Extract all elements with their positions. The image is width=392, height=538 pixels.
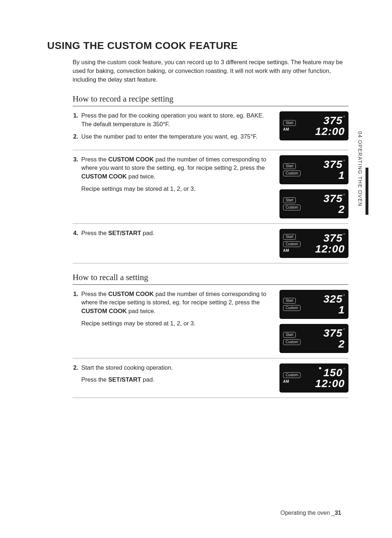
record-step-1-text: Press the pad for the cooking operation … <box>80 111 274 129</box>
display-start-pill: Start <box>283 163 296 169</box>
display-time: 12:00 <box>315 243 345 254</box>
display-custom-pill: Custom <box>283 305 301 311</box>
recall-step-2-sub: Press the SET/START pad. <box>81 375 274 384</box>
oven-display: Start Custom 375° 1 <box>279 155 348 184</box>
display-temp: 375 <box>323 193 343 204</box>
display-start-pill: Start <box>283 234 296 240</box>
display-custom-pill: Custom <box>283 205 301 210</box>
page-title: USING THE CUSTOM COOK FEATURE <box>47 40 348 52</box>
record-step-4: Press the SET/START pad. Start Custom AM… <box>73 224 348 263</box>
degree-symbol: ° <box>343 233 345 237</box>
display-custom-pill: Custom <box>283 241 301 247</box>
display-indicator-dot <box>319 367 321 369</box>
degree-symbol: ° <box>343 160 345 163</box>
record-step-4-text: Press the SET/START pad. <box>80 229 274 238</box>
oven-display: Start Custom AM 375° 12:00 <box>279 229 348 258</box>
record-step-1-2: Press the pad for the cooking operation … <box>73 106 348 150</box>
degree-symbol: ° <box>343 116 345 119</box>
intro-paragraph: By using the custom cook feature, you ca… <box>73 58 348 84</box>
record-step-2-text: Use the number pad to enter the temperat… <box>80 132 274 141</box>
side-tab-marker <box>366 168 368 215</box>
display-am-label: AM <box>283 379 289 383</box>
footer-text: Operating the oven _ <box>281 510 335 516</box>
display-temp: 150 <box>323 367 343 378</box>
display-time: 12:00 <box>315 126 345 137</box>
display-slot: 2 <box>338 338 345 349</box>
recall-step-2: Start the stored cooking operation. Pres… <box>73 358 348 398</box>
display-slot: 1 <box>338 304 345 315</box>
record-step-3-note: Recipe settings may be stored at 1, 2, o… <box>81 185 274 193</box>
display-temp: 375 <box>323 233 343 243</box>
display-custom-pill: Custom <box>283 171 301 176</box>
display-start-pill: Start <box>283 197 296 203</box>
oven-display: Start Custom 375° 2 <box>279 324 348 353</box>
display-start-pill: Start <box>283 298 296 304</box>
oven-display: Start Custom 325° 1 <box>279 290 348 319</box>
display-start-pill: Start <box>283 332 296 338</box>
display-slot: 1 <box>338 170 345 181</box>
display-temp: 375 <box>323 159 343 170</box>
display-start-pill: Start <box>283 120 296 126</box>
display-am-label: AM <box>283 127 289 131</box>
footer: Operating the oven _31 <box>281 510 341 516</box>
display-slot: 2 <box>338 204 345 215</box>
record-step-3-text: Press the CUSTOM COOK pad the number of … <box>80 155 274 181</box>
degree-symbol: ° <box>343 368 345 371</box>
side-tab-label: 04 OPERATING THE OVEN <box>357 131 363 207</box>
section-title-recall: How to recall a setting <box>73 273 348 285</box>
recall-step-1: Press the CUSTOM COOK pad the number of … <box>73 285 348 358</box>
display-custom-pill: Custom <box>283 372 301 378</box>
page-number: 31 <box>335 510 341 516</box>
record-step-3: Press the CUSTOM COOK pad the number of … <box>73 150 348 224</box>
oven-display: Custom AM 150° 12:00 <box>279 364 348 393</box>
degree-symbol: ° <box>343 194 345 197</box>
recall-step-1-text: Press the CUSTOM COOK pad the number of … <box>80 290 274 316</box>
display-temp: 375 <box>323 115 343 126</box>
display-am-label: AM <box>283 249 289 252</box>
oven-display: Start AM 375° 12:00 <box>279 111 348 140</box>
display-custom-pill: Custom <box>283 339 301 345</box>
recall-step-2-text: Start the stored cooking operation. <box>80 364 274 372</box>
recall-step-1-note: Recipe settings may be stored at 1, 2, o… <box>81 319 274 328</box>
display-time: 12:00 <box>315 378 345 389</box>
oven-display: Start Custom 375° 2 <box>279 189 348 218</box>
side-tab: 04 OPERATING THE OVEN <box>357 131 363 215</box>
degree-symbol: ° <box>343 294 345 298</box>
section-title-record: How to record a recipe setting <box>73 94 348 106</box>
display-temp: 375 <box>323 328 343 338</box>
degree-symbol: ° <box>343 328 345 332</box>
display-temp: 325 <box>323 293 343 304</box>
